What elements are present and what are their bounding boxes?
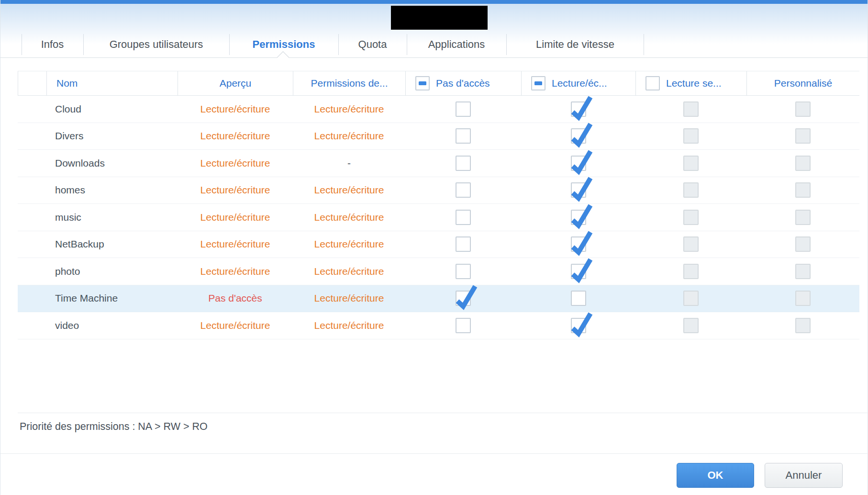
cell-checkbox-na <box>405 312 521 339</box>
column-header-name[interactable]: Nom <box>46 71 178 95</box>
checkbox-na-cloud[interactable] <box>456 101 471 117</box>
checkbox-rw-homes[interactable] <box>571 182 586 198</box>
table-row-netbackup[interactable]: NetBackupLecture/écritureLecture/écritur… <box>18 231 859 259</box>
table-row-time-machine[interactable]: Time MachinePas d'accèsLecture/écriture <box>18 285 859 313</box>
checkbox-na-video[interactable] <box>456 318 471 333</box>
cell-checkbox-rw <box>521 312 635 339</box>
cell-checkbox-rw <box>521 177 635 204</box>
checkbox-na-music[interactable] <box>456 210 471 225</box>
cell-checkbox-ro <box>635 177 746 204</box>
tab-divider-line <box>0 57 868 58</box>
row-handle <box>18 96 46 123</box>
column-header-na[interactable]: Pas d'accès <box>405 71 521 95</box>
user-properties-dialog: InfosGroupes utilisateursPermissionsQuot… <box>0 0 868 495</box>
checkbox-ro-cloud <box>683 101 699 117</box>
row-handle <box>18 123 46 150</box>
cell-checkbox-na <box>405 204 521 231</box>
cell-checkbox-na <box>405 150 521 177</box>
header-checkbox-ro[interactable] <box>645 76 660 90</box>
column-header-preview[interactable]: Aperçu <box>178 71 293 95</box>
ok-button[interactable]: OK <box>677 463 754 488</box>
row-handle <box>18 231 46 258</box>
row-handle <box>18 177 46 204</box>
tab-permissions[interactable]: Permissions <box>229 32 338 57</box>
column-header-ro[interactable]: Lecture se... <box>635 71 746 95</box>
cell-checkbox-custom <box>746 312 859 339</box>
checkbox-custom-netbackup <box>795 236 811 252</box>
table-row-music[interactable]: musicLecture/écritureLecture/écriture <box>18 204 859 231</box>
table-row-homes[interactable]: homesLecture/écritureLecture/écriture <box>18 177 859 204</box>
divider-line <box>0 453 868 454</box>
checkbox-rw-music[interactable] <box>571 210 586 225</box>
header-checkbox-rw[interactable] <box>531 76 545 90</box>
checkbox-ro-time-machine <box>683 291 699 306</box>
tab-limite-de-vitesse[interactable]: Limite de vitesse <box>506 32 644 57</box>
table-row-downloads[interactable]: DownloadsLecture/écriture- <box>18 150 859 177</box>
table-row-photo[interactable]: photoLecture/écritureLecture/écriture <box>18 258 859 285</box>
cell-checkbox-custom <box>746 258 859 285</box>
table-row-video[interactable]: videoLecture/écritureLecture/écriture <box>18 312 859 339</box>
table-row-divers[interactable]: DiversLecture/écritureLecture/écriture <box>18 123 859 150</box>
window-titlebar <box>0 0 868 4</box>
cell-checkbox-na <box>405 96 521 123</box>
cell-checkbox-rw <box>521 150 635 177</box>
checkbox-rw-netbackup[interactable] <box>571 236 586 252</box>
checkbox-na-netbackup[interactable] <box>456 236 471 252</box>
tab-bar: InfosGroupes utilisateursPermissionsQuot… <box>22 32 644 57</box>
cell-preview-permission: Pas d'accès <box>178 285 293 312</box>
tab-quota[interactable]: Quota <box>338 32 407 57</box>
column-header-rw[interactable]: Lecture/éc... <box>521 71 635 95</box>
checkbox-rw-photo[interactable] <box>571 264 586 279</box>
cell-preview-permission: Lecture/écriture <box>178 96 293 123</box>
cell-checkbox-na <box>405 177 521 204</box>
row-handle <box>18 150 46 177</box>
cell-checkbox-ro <box>635 123 746 150</box>
checkbox-rw-video[interactable] <box>571 318 586 333</box>
redacted-window-title <box>391 6 488 30</box>
row-handle-column-header <box>18 71 46 95</box>
column-header-custom[interactable]: Personnalisé <box>746 71 859 95</box>
checkbox-na-photo[interactable] <box>456 264 471 279</box>
cell-group-permission: Lecture/écriture <box>293 177 405 204</box>
cell-checkbox-ro <box>635 231 746 258</box>
tab-groupes-utilisateurs[interactable]: Groupes utilisateurs <box>83 32 229 57</box>
cell-preview-permission: Lecture/écriture <box>178 123 293 150</box>
cell-checkbox-na <box>405 231 521 258</box>
cell-group-permission: Lecture/écriture <box>293 204 405 231</box>
cancel-button[interactable]: Annuler <box>765 463 843 488</box>
cell-preview-permission: Lecture/écriture <box>178 231 293 258</box>
checkbox-na-divers[interactable] <box>456 128 471 144</box>
cell-checkbox-rw <box>521 204 635 231</box>
checkbox-ro-netbackup <box>683 236 699 252</box>
column-header-group[interactable]: Permissions de... <box>293 71 405 95</box>
checkbox-rw-cloud[interactable] <box>571 101 586 117</box>
header-checkbox-na[interactable] <box>415 76 430 90</box>
column-header-label: Personnalisé <box>774 78 832 89</box>
checkbox-custom-cloud <box>795 101 811 117</box>
cell-checkbox-custom <box>746 204 859 231</box>
cell-checkbox-custom <box>746 177 859 204</box>
checkbox-na-homes[interactable] <box>456 182 471 198</box>
cell-folder-name: Cloud <box>46 96 178 123</box>
cell-group-permission: Lecture/écriture <box>293 312 405 339</box>
checkbox-rw-downloads[interactable] <box>571 156 586 171</box>
checkbox-ro-music <box>683 210 699 225</box>
cell-preview-permission: Lecture/écriture <box>178 177 293 204</box>
cell-checkbox-ro <box>635 258 746 285</box>
row-handle <box>18 285 46 312</box>
table-row-cloud[interactable]: CloudLecture/écritureLecture/écriture <box>18 96 859 123</box>
checkbox-na-time-machine[interactable] <box>456 291 471 306</box>
column-header-label: Nom <box>56 78 78 89</box>
cell-folder-name: photo <box>46 258 178 285</box>
cell-group-permission: Lecture/écriture <box>293 231 405 258</box>
cell-checkbox-rw <box>521 258 635 285</box>
tab-applications[interactable]: Applications <box>407 32 506 57</box>
checkbox-rw-divers[interactable] <box>571 128 586 144</box>
checkbox-na-downloads[interactable] <box>456 156 471 171</box>
tab-infos[interactable]: Infos <box>22 32 83 57</box>
cell-folder-name: video <box>46 312 178 339</box>
row-handle <box>18 204 46 231</box>
checkbox-rw-time-machine[interactable] <box>571 291 586 306</box>
checkbox-custom-divers <box>795 128 811 144</box>
column-header-label: Lecture se... <box>666 78 722 89</box>
